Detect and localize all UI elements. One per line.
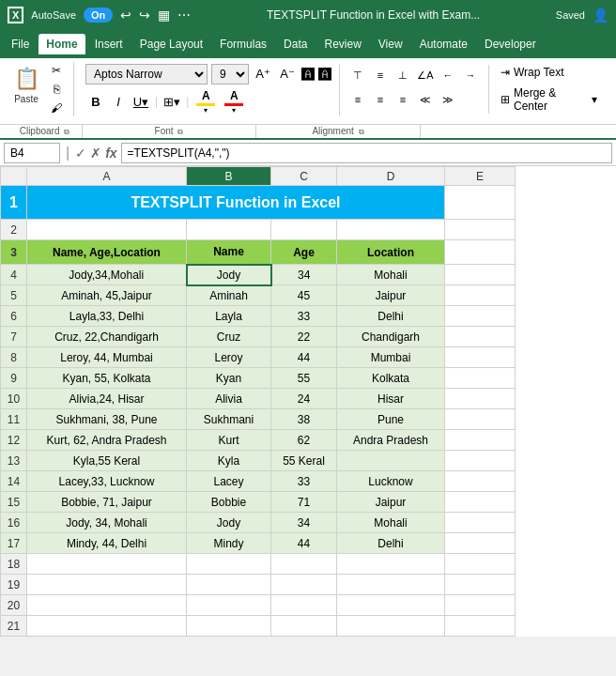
cell-c11[interactable]: 38	[271, 409, 337, 430]
cell-e11[interactable]	[445, 409, 516, 430]
col-header-b[interactable]: B	[187, 167, 271, 186]
cell-b13[interactable]: Kyla	[187, 451, 271, 471]
cell-e15[interactable]	[445, 492, 516, 513]
cell-c14[interactable]: 33	[271, 471, 337, 492]
font-color-button[interactable]: A ▾	[221, 88, 247, 115]
borders-button[interactable]: ⊞▾	[162, 91, 182, 112]
row-header-12[interactable]: 12	[1, 430, 27, 451]
cell-reference-box[interactable]: B4	[4, 143, 60, 163]
formula-input[interactable]	[121, 143, 612, 163]
cell-a21[interactable]	[27, 616, 187, 637]
row-header-19[interactable]: 19	[1, 575, 27, 595]
align-bottom-button[interactable]: ⊥	[393, 65, 413, 85]
cell-a20[interactable]	[27, 595, 187, 616]
cell-d9[interactable]: Kolkata	[337, 368, 445, 389]
cell-e2[interactable]	[445, 220, 516, 240]
cell-c12[interactable]: 62	[271, 430, 337, 451]
indent-left-button[interactable]: ←	[438, 65, 458, 85]
menu-page-layout[interactable]: Page Layout	[132, 34, 210, 54]
cell-e1[interactable]	[445, 186, 516, 220]
cell-a10[interactable]: Alivia,24, Hisar	[27, 389, 187, 409]
row-header-15[interactable]: 15	[1, 492, 27, 513]
cell-a9[interactable]: Kyan, 55, Kolkata	[27, 368, 187, 389]
cell-b11[interactable]: Sukhmani	[187, 409, 271, 430]
cell-d17[interactable]: Delhi	[337, 533, 445, 554]
cell-b5[interactable]: Aminah	[187, 285, 271, 306]
wrap-text-button[interactable]: ⇥ Wrap Text	[497, 64, 601, 81]
cell-a19[interactable]	[27, 575, 187, 595]
row-header-6[interactable]: 6	[1, 306, 27, 327]
more-commands-icon[interactable]: ⋯	[177, 8, 191, 23]
cell-b10[interactable]: Alivia	[187, 389, 271, 409]
row-header-16[interactable]: 16	[1, 513, 27, 533]
cell-d7[interactable]: Chandigarh	[337, 327, 445, 347]
cell-e8[interactable]	[445, 347, 516, 368]
copy-button[interactable]: ⎘	[47, 81, 66, 98]
header-age[interactable]: Age	[271, 240, 337, 265]
row-header-13[interactable]: 13	[1, 451, 27, 471]
row-header-18[interactable]: 18	[1, 554, 27, 575]
cell-c9[interactable]: 55	[271, 368, 337, 389]
underline-button[interactable]: U▾	[131, 91, 151, 112]
menu-automate[interactable]: Automate	[412, 34, 475, 54]
cell-c21[interactable]	[271, 616, 337, 637]
cell-d21[interactable]	[337, 616, 445, 637]
fill-color-button[interactable]: A ▾	[192, 88, 219, 115]
cell-e4[interactable]	[445, 265, 516, 285]
cell-a13[interactable]: Kyla,55 Keral	[27, 451, 187, 471]
text-effects-button[interactable]: 🅰	[318, 67, 331, 82]
font-size-select[interactable]: 9	[211, 64, 249, 84]
cell-b16[interactable]: Jody	[187, 513, 271, 533]
cell-d20[interactable]	[337, 595, 445, 616]
row-header-11[interactable]: 11	[1, 409, 27, 430]
formula-fx-icon[interactable]: fx	[105, 146, 116, 161]
italic-button[interactable]: I	[108, 91, 129, 112]
cell-d14[interactable]: Lucknow	[337, 471, 445, 492]
cell-c5[interactable]: 45	[271, 285, 337, 306]
menu-formulas[interactable]: Formulas	[212, 34, 274, 54]
cell-c20[interactable]	[271, 595, 337, 616]
cell-e10[interactable]	[445, 389, 516, 409]
cell-d8[interactable]: Mumbai	[337, 347, 445, 368]
cell-c16[interactable]: 34	[271, 513, 337, 533]
cell-a2[interactable]	[27, 220, 187, 240]
row-header-8[interactable]: 8	[1, 347, 27, 368]
cell-b12[interactable]: Kurt	[187, 430, 271, 451]
align-center-button[interactable]: ≡	[370, 89, 391, 110]
row-header-20[interactable]: 20	[1, 595, 27, 616]
profile-icon[interactable]: 👤	[593, 8, 608, 23]
menu-review[interactable]: Review	[316, 34, 368, 54]
cell-e17[interactable]	[445, 533, 516, 554]
cell-c4[interactable]: 34	[271, 265, 337, 285]
align-middle-button[interactable]: ≡	[370, 65, 391, 85]
redo-icon[interactable]: ↪	[139, 8, 150, 23]
row-header-21[interactable]: 21	[1, 616, 27, 637]
cell-b9[interactable]: Kyan	[187, 368, 271, 389]
cell-e5[interactable]	[445, 285, 516, 306]
row-header-7[interactable]: 7	[1, 327, 27, 347]
cell-e12[interactable]	[445, 430, 516, 451]
cell-d6[interactable]: Delhi	[337, 306, 445, 327]
header-name[interactable]: Name	[187, 240, 271, 265]
undo-icon[interactable]: ↩	[120, 8, 131, 23]
cell-d11[interactable]: Pune	[337, 409, 445, 430]
formula-cross-icon[interactable]: ✗	[90, 146, 101, 161]
menu-insert[interactable]: Insert	[87, 34, 131, 54]
row-header-2[interactable]: 2	[1, 220, 27, 240]
cell-b20[interactable]	[187, 595, 271, 616]
row-header-9[interactable]: 9	[1, 368, 27, 389]
cell-c6[interactable]: 33	[271, 306, 337, 327]
cell-d19[interactable]	[337, 575, 445, 595]
row-header-17[interactable]: 17	[1, 533, 27, 554]
cell-c8[interactable]: 44	[271, 347, 337, 368]
cell-c19[interactable]	[271, 575, 337, 595]
cell-c13[interactable]: 55 Keral	[271, 451, 337, 471]
cell-b14[interactable]: Lacey	[187, 471, 271, 492]
cell-e16[interactable]	[445, 513, 516, 533]
cell-a7[interactable]: Cruz, 22,Chandigarh	[27, 327, 187, 347]
row-header-5[interactable]: 5	[1, 285, 27, 306]
row-header-1[interactable]: 1	[1, 186, 27, 220]
cell-e3[interactable]	[445, 240, 516, 265]
col-header-a[interactable]: A	[27, 167, 187, 186]
font-grow-button[interactable]: A⁺	[253, 64, 273, 84]
